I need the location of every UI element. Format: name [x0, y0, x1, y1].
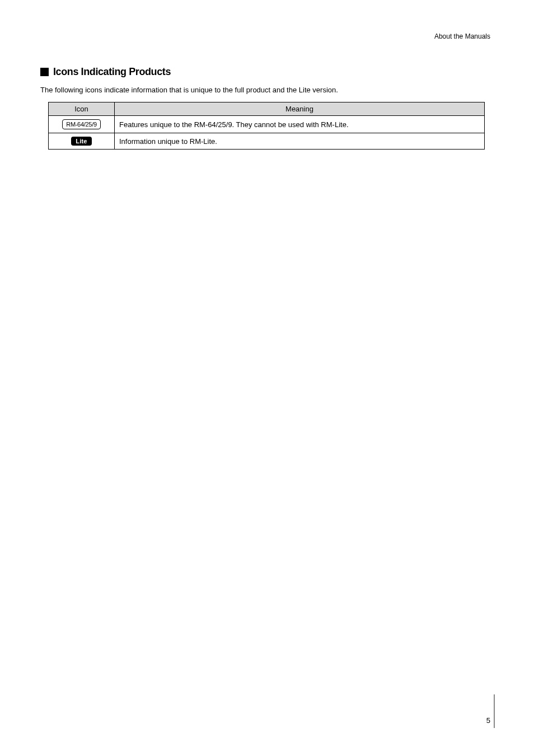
table-header-icon: Icon	[49, 102, 115, 116]
icons-table: Icon Meaning RM-64/25/9 Features unique …	[48, 102, 485, 150]
section-intro: The following icons indicate information…	[40, 86, 494, 94]
rm-badge-icon: RM-64/25/9	[62, 119, 100, 129]
table-row: RM-64/25/9 Features unique to the RM-64/…	[49, 116, 485, 133]
side-rule-icon	[494, 694, 495, 728]
icon-cell: RM-64/25/9	[49, 116, 115, 133]
meaning-cell: Features unique to the RM-64/25/9. They …	[115, 116, 485, 133]
running-head: About the Manuals	[434, 32, 490, 40]
table-header-meaning: Meaning	[115, 102, 485, 116]
table-row: Lite Information unique to RM-Lite.	[49, 133, 485, 150]
lite-badge-icon: Lite	[71, 137, 91, 146]
meaning-cell: Information unique to RM-Lite.	[115, 133, 485, 150]
section-heading-row: Icons Indicating Products	[40, 66, 494, 78]
icon-cell: Lite	[49, 133, 115, 150]
page-number: 5	[486, 716, 490, 725]
square-bullet-icon	[40, 68, 49, 76]
section-title: Icons Indicating Products	[53, 66, 171, 78]
